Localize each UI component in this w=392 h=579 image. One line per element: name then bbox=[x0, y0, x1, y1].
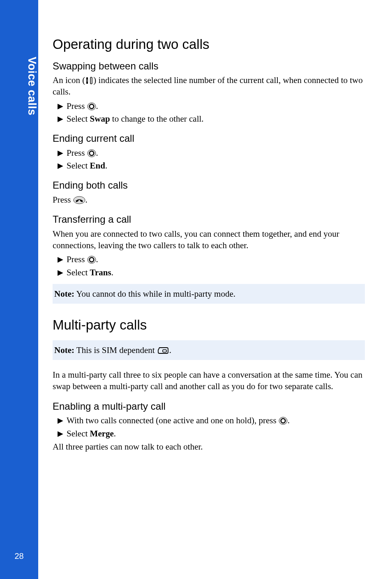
step-text: Select End. bbox=[67, 160, 365, 171]
sidebar: Voice calls 28 bbox=[0, 0, 38, 579]
section-label: Voice calls bbox=[0, 57, 38, 115]
step-text: With two calls connected (one active and… bbox=[67, 415, 365, 426]
step: ▶ Select End. bbox=[58, 160, 365, 171]
text: . bbox=[96, 101, 98, 111]
bullet-icon: ▶ bbox=[58, 430, 67, 437]
bold-text: Trans bbox=[90, 268, 111, 277]
heading-swapping: Swapping between calls bbox=[53, 60, 365, 73]
heading-transferring: Transferring a call bbox=[53, 213, 365, 226]
heading-enabling: Enabling a multi-party call bbox=[53, 400, 365, 413]
text: Press bbox=[67, 254, 87, 264]
ok-button-icon bbox=[87, 102, 96, 111]
page-number: 28 bbox=[0, 551, 38, 561]
text: . bbox=[111, 268, 113, 277]
bold-text: Merge bbox=[90, 429, 114, 438]
svg-rect-1 bbox=[87, 79, 88, 82]
svg-rect-2 bbox=[90, 77, 92, 84]
text: . bbox=[85, 195, 88, 205]
svg-point-12 bbox=[281, 419, 285, 423]
ending-both-line: Press . bbox=[53, 194, 365, 205]
bullet-icon: ▶ bbox=[58, 149, 67, 157]
svg-point-4 bbox=[89, 104, 93, 108]
enabling-outro: All three parties can now talk to each o… bbox=[53, 441, 365, 452]
note-label: Note: bbox=[54, 289, 74, 299]
svg-rect-10 bbox=[163, 350, 166, 352]
text: An icon ( bbox=[53, 75, 85, 85]
step-text: Select Trans. bbox=[67, 267, 365, 278]
text: . bbox=[96, 254, 98, 264]
note-box: Note: You cannot do this while in multi-… bbox=[53, 284, 365, 304]
bullet-icon: ▶ bbox=[58, 269, 67, 276]
step-text: Press . bbox=[67, 147, 365, 159]
swapping-intro: An icon () indicates the selected line n… bbox=[53, 74, 365, 98]
ok-button-icon bbox=[87, 149, 96, 158]
text: Select bbox=[67, 268, 90, 277]
heading-multiparty: Multi-party calls bbox=[53, 316, 365, 334]
text: ) indicates the selected line number of … bbox=[53, 75, 363, 97]
text: Select bbox=[67, 114, 90, 124]
text: . bbox=[114, 429, 116, 438]
svg-point-6 bbox=[89, 151, 93, 155]
heading-ending-current: Ending current call bbox=[53, 132, 365, 145]
step: ▶ Select Merge. bbox=[58, 428, 365, 439]
bullet-icon: ▶ bbox=[58, 115, 67, 122]
note-label: Note: bbox=[54, 345, 74, 355]
step: ▶ Select Trans. bbox=[58, 267, 365, 278]
bullet-icon: ▶ bbox=[58, 102, 67, 110]
text: Press bbox=[67, 101, 87, 111]
step: ▶ Press . bbox=[58, 254, 365, 265]
page-content: Operating during two calls Swapping betw… bbox=[53, 35, 365, 455]
note-box: Note: This is SIM dependent . bbox=[53, 340, 365, 360]
ok-button-icon bbox=[87, 255, 96, 264]
end-call-icon bbox=[73, 196, 85, 204]
sim-card-icon bbox=[157, 346, 169, 355]
step: ▶ Press . bbox=[58, 100, 365, 112]
bullet-icon: ▶ bbox=[58, 417, 67, 424]
note-text: . bbox=[169, 345, 171, 355]
text: With two calls connected (one active and… bbox=[67, 415, 279, 425]
note-text: This is SIM dependent bbox=[74, 345, 157, 355]
step: ▶ Press . bbox=[58, 147, 365, 159]
heading-operating: Operating during two calls bbox=[53, 35, 365, 54]
step-text: Press . bbox=[67, 254, 365, 265]
note-text: You cannot do this while in multi-party … bbox=[74, 289, 235, 299]
bullet-icon: ▶ bbox=[58, 256, 67, 263]
line-number-icon bbox=[85, 76, 93, 85]
bullet-icon: ▶ bbox=[58, 162, 67, 169]
text: Select bbox=[67, 429, 90, 438]
heading-ending-both: Ending both calls bbox=[53, 179, 365, 192]
text: Press bbox=[53, 195, 73, 205]
multiparty-intro: In a multi-party call three to six peopl… bbox=[53, 369, 365, 392]
bold-text: End bbox=[90, 161, 105, 171]
svg-point-9 bbox=[89, 258, 93, 262]
svg-point-7 bbox=[74, 196, 85, 204]
transferring-intro: When you are connected to two calls, you… bbox=[53, 228, 365, 251]
step: ▶ With two calls connected (one active a… bbox=[58, 415, 365, 426]
text: . bbox=[105, 161, 107, 171]
text: . bbox=[288, 415, 290, 425]
step-text: Select Merge. bbox=[67, 428, 365, 439]
text: . bbox=[96, 148, 98, 158]
step-text: Press . bbox=[67, 100, 365, 112]
text: Press bbox=[67, 148, 87, 158]
bold-text: Swap bbox=[90, 114, 110, 124]
text: Select bbox=[67, 161, 90, 171]
step: ▶ Select Swap to change to the other cal… bbox=[58, 113, 365, 125]
ok-button-icon bbox=[279, 416, 288, 425]
text: to change to the other call. bbox=[110, 114, 204, 124]
step-text: Select Swap to change to the other call. bbox=[67, 113, 365, 125]
